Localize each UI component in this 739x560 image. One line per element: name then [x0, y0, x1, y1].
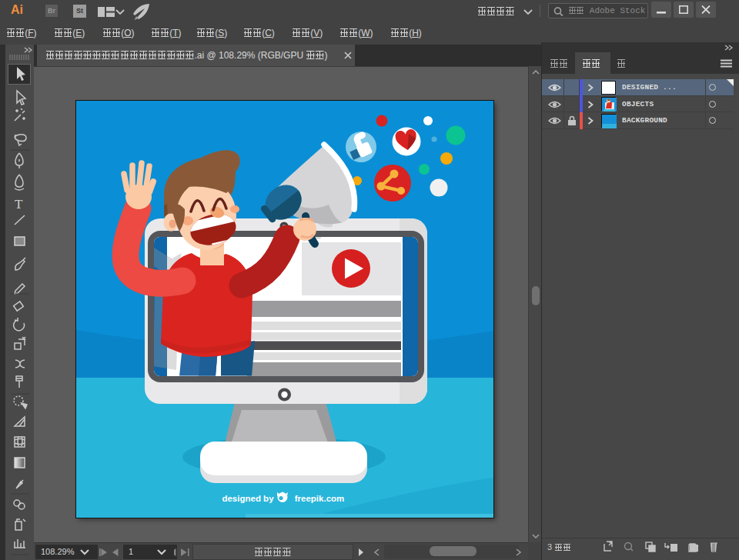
svg-text:freepik.com: freepik.com [295, 494, 345, 503]
svg-text:designed by: designed by [222, 494, 274, 503]
svg-text:T: T [15, 197, 23, 212]
